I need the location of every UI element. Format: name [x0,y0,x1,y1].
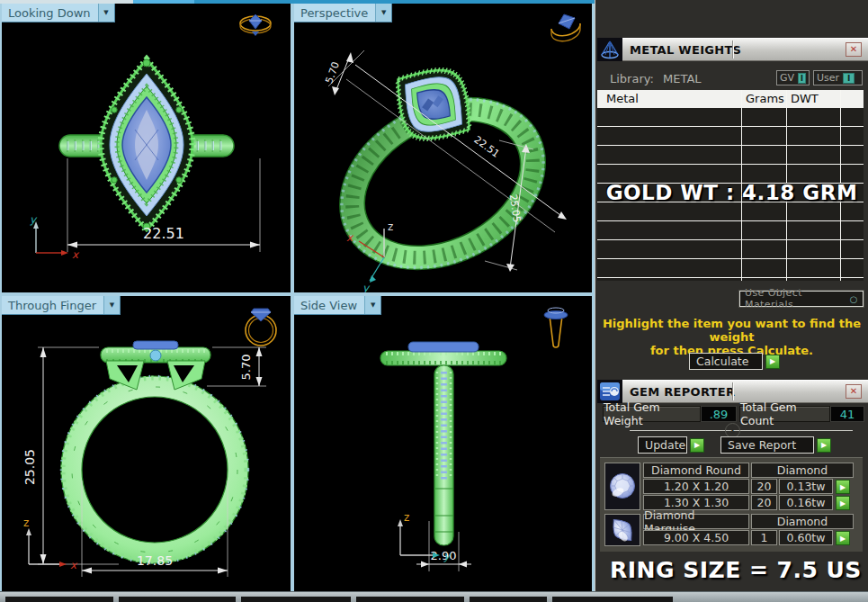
ring-size-text: RING SIZE = 7.5 US [610,557,862,583]
chevron-up-icon: ▲ [730,427,735,435]
table-row[interactable] [597,127,864,146]
library-label: Library: [610,72,654,85]
total-gem-count-label: Total Gem Count [739,406,830,422]
col-metal: Metal [606,92,639,105]
ring-orientation-icon [544,308,568,347]
use-object-materials-label: Use Object Materials [745,287,850,310]
close-icon[interactable]: ✕ [846,42,862,57]
viewport-title-perspective[interactable]: Perspective ▼ [294,4,392,22]
chevron-down-icon[interactable]: ▼ [364,296,380,314]
save-report-button[interactable]: Save Report ▶ [720,436,831,454]
app-window: 22.51 y x Look [0,0,868,602]
gem-row-count: 1 [751,530,777,545]
library-value: METAL [663,72,702,85]
viewport-title-looking-down[interactable]: Looking Down ▼ [2,4,115,22]
table-row[interactable] [597,259,864,278]
viewport-title-through-finger[interactable]: Through Finger ▼ [2,296,121,315]
total-gem-count-value: 41 [830,406,864,422]
metal-weights-header: METAL WEIGHTS ✕ [597,38,868,61]
calculate-hint: Highlight the item you want to find the … [595,317,868,357]
ring-orientation-icon [246,309,276,346]
taskbar-segment[interactable] [356,597,464,602]
total-gem-weight-label: Total Gem Weight [603,406,701,422]
taskbar-segment[interactable] [119,597,236,602]
taskbar-segment[interactable] [552,597,673,602]
round-gem-icon [604,463,640,510]
perspective-canvas: 5.70 22.51 25.05 [294,4,592,292]
gem-row-weight: 0.16tw [779,495,833,510]
dimension-label: 25.05 [22,449,37,485]
gem-row-count: 20 [751,495,777,510]
axis-label: x [72,248,80,261]
play-icon[interactable]: ▶ [817,438,831,453]
taskbar-segment[interactable] [5,597,113,602]
user-label: User [817,72,839,84]
gv-toggle-button[interactable]: GV I [776,70,810,85]
ring-orientation-icon [551,14,580,41]
dimension-label: 17.85 [137,553,173,568]
ring-front-view [61,341,248,563]
axis-indicator: y x [30,213,80,261]
viewport-side-view[interactable]: 2.90 z y Side View ▼ [294,296,592,591]
calculate-button[interactable]: Calculate ▶ [689,353,780,370]
table-row[interactable] [597,240,864,259]
marquise-gem-icon [604,514,640,546]
metal-weights-icon [597,38,622,61]
update-button[interactable]: Update ▶ [638,436,704,454]
axis-label: z [404,511,409,524]
play-icon[interactable]: ▶ [765,355,780,369]
table-row[interactable] [597,221,864,240]
ring-orientation-icon [240,14,271,36]
axis-label: z [23,517,29,529]
dimension-label: 22.51 [471,134,501,160]
axis-label: z [388,220,393,233]
gem-row-weight: 0.60tw [779,530,833,545]
gem-row-play-button[interactable]: ▶ [836,480,850,494]
taskbar-segment[interactable] [470,597,547,602]
viewport-through-finger[interactable]: 25.05 5.70 17.85 [2,296,291,591]
dimension-label: 5.70 [323,60,342,85]
col-dwt: DWT [791,92,819,105]
head-height-dimension: 5.70 [323,50,364,95]
use-object-materials-button[interactable]: Use Object Materials ○ [739,291,864,307]
radio-circle-icon: ○ [850,294,858,304]
taskbar-strip [0,591,868,602]
head-dimension: 5.70 [207,347,266,386]
chevron-down-icon[interactable]: ▼ [375,4,391,22]
viewport-title-side-view[interactable]: Side View ▼ [294,296,381,315]
gem-row-play-button[interactable]: ▶ [836,496,850,510]
titlebar-divider [732,382,733,400]
chevron-down-icon[interactable]: ▼ [103,296,120,314]
update-label: Update [645,438,685,452]
col-grams: Grams [746,92,784,105]
metal-weights-titlebar[interactable]: METAL WEIGHTS ✕ [622,38,868,61]
gv-label: GV [780,72,794,84]
user-toggle-icon[interactable]: I [843,73,855,84]
titlebar-divider [732,40,733,58]
play-icon[interactable]: ▶ [690,438,704,453]
viewport-title-label: Looking Down [2,4,98,22]
gem-row-weight: 0.13tw [779,479,833,494]
table-row[interactable] [597,202,864,221]
table-row[interactable] [597,146,864,165]
calculate-label: Calculate [696,355,748,368]
taskbar-segment[interactable] [241,597,351,602]
chevron-down-icon[interactable]: ▼ [98,4,114,22]
gem-report-table: Diamond Round Diamond 1.20 X 1.20 20 0.1… [600,457,863,552]
gem-group-material: Diamond [751,514,854,529]
viewport-looking-down[interactable]: 22.51 y x Look [2,4,291,292]
viewport-perspective[interactable]: 5.70 22.51 25.05 [294,4,592,292]
gv-toggle-icon[interactable]: I [798,73,806,84]
gem-row-play-button[interactable]: ▶ [836,531,850,545]
table-header: Metal Grams DWT [597,90,864,108]
close-icon[interactable]: ✕ [846,384,862,399]
right-panel: METAL WEIGHTS ✕ Library: METAL GV I User… [595,0,868,591]
gem-row-size: 9.00 X 4.50 [643,530,749,545]
user-toggle-button[interactable]: User I [813,70,863,85]
viewport-title-label: Perspective [294,4,375,22]
panel-title: METAL WEIGHTS [622,43,741,57]
table-row[interactable] [597,108,864,127]
dimension-label: 22.51 [143,225,184,242]
gem-row-count: 20 [751,479,777,494]
dimension-label: 5.70 [239,355,253,381]
